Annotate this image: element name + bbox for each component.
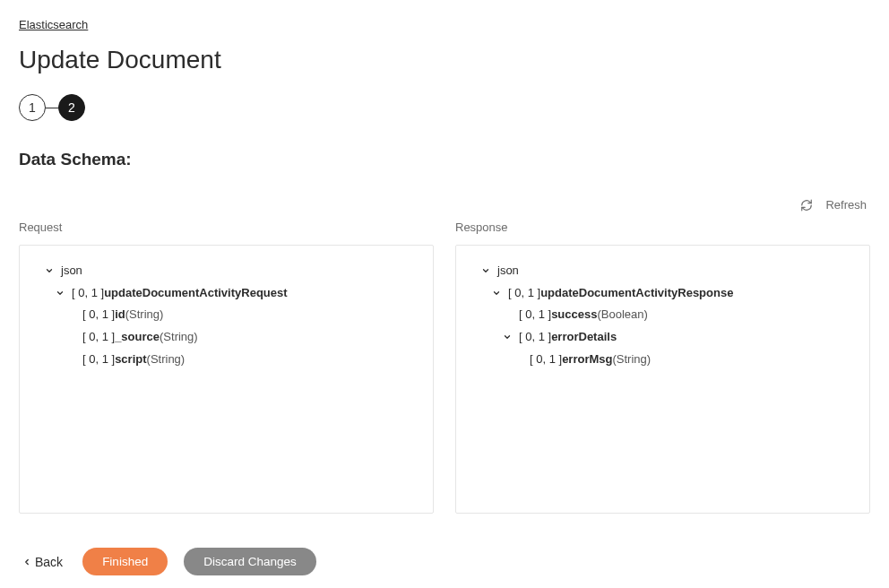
node-name: success: [551, 304, 597, 326]
chevron-down-icon[interactable]: [43, 264, 56, 277]
chevron-left-icon: [22, 555, 31, 569]
node-name: updateDocumentActivityRequest: [104, 282, 287, 305]
node-name: json: [61, 260, 82, 282]
discard-button[interactable]: Discard Changes: [184, 548, 316, 575]
node-name: script: [115, 349, 146, 371]
back-button[interactable]: Back: [19, 549, 66, 575]
response-tree: json[ 0, 1 ] updateDocumentActivityRespo…: [455, 245, 870, 514]
refresh-icon: [800, 199, 813, 212]
chevron-down-icon[interactable]: [501, 331, 514, 343]
refresh-button[interactable]: Refresh: [797, 195, 870, 215]
node-cardinality: [ 0, 1 ]: [72, 282, 104, 305]
finished-button[interactable]: Finished: [82, 548, 168, 575]
tree-node[interactable]: [ 0, 1 ] updateDocumentActivityResponse: [469, 282, 857, 305]
tree-node: [ 0, 1 ] script (String): [32, 349, 420, 371]
breadcrumb[interactable]: Elasticsearch: [19, 18, 88, 31]
section-header: Data Schema:: [19, 150, 870, 169]
node-type: (String): [160, 326, 198, 349]
node-name: id: [115, 304, 125, 326]
node-cardinality: [ 0, 1 ]: [519, 304, 551, 326]
request-label: Request: [19, 220, 434, 234]
node-name: errorDetails: [551, 326, 617, 349]
node-cardinality: [ 0, 1 ]: [82, 304, 115, 326]
page-title: Update Document: [19, 46, 870, 74]
node-name: updateDocumentActivityResponse: [540, 282, 733, 305]
node-cardinality: [ 0, 1 ]: [82, 326, 115, 349]
tree-node: [ 0, 1 ] success (Boolean): [469, 304, 857, 326]
node-cardinality: [ 0, 1 ]: [530, 349, 562, 371]
chevron-down-icon[interactable]: [54, 287, 66, 299]
node-name: json: [497, 260, 519, 282]
back-label: Back: [35, 555, 63, 569]
request-column: Request json[ 0, 1 ] updateDocumentActiv…: [19, 220, 434, 514]
chevron-down-icon[interactable]: [490, 287, 503, 299]
node-cardinality: [ 0, 1 ]: [508, 282, 540, 305]
response-column: Response json[ 0, 1 ] updateDocumentActi…: [455, 220, 870, 514]
step-indicator: 12: [19, 94, 870, 121]
tree-node[interactable]: [ 0, 1 ] errorDetails: [469, 326, 857, 349]
tree-node[interactable]: json: [32, 260, 420, 282]
step-2[interactable]: 2: [58, 94, 85, 121]
response-label: Response: [455, 220, 870, 234]
tree-node[interactable]: json: [469, 260, 857, 282]
node-name: errorMsg: [562, 349, 612, 371]
tree-node: [ 0, 1 ] id (String): [32, 304, 420, 326]
node-type: (String): [147, 349, 186, 371]
node-cardinality: [ 0, 1 ]: [519, 326, 551, 349]
step-1[interactable]: 1: [19, 94, 46, 121]
node-name: _source: [115, 326, 160, 349]
node-type: (String): [613, 349, 652, 371]
request-tree: json[ 0, 1 ] updateDocumentActivityReque…: [19, 245, 434, 514]
chevron-down-icon[interactable]: [479, 264, 492, 277]
step-connector: [46, 108, 58, 108]
node-type: (Boolean): [597, 304, 647, 326]
tree-node: [ 0, 1 ] errorMsg (String): [469, 349, 857, 371]
tree-node: [ 0, 1 ] _source (String): [32, 326, 420, 349]
tree-node[interactable]: [ 0, 1 ] updateDocumentActivityRequest: [32, 282, 420, 305]
node-cardinality: [ 0, 1 ]: [82, 349, 115, 371]
node-type: (String): [125, 304, 164, 326]
refresh-label: Refresh: [825, 198, 867, 212]
